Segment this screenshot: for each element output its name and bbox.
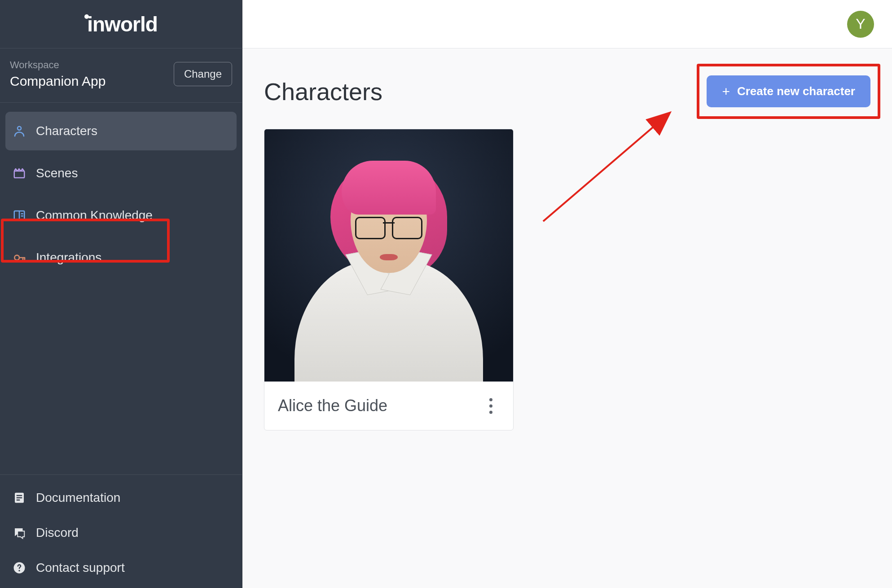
workspace-name: Companion App — [10, 74, 106, 89]
topbar: Y — [242, 0, 892, 48]
svg-point-0 — [18, 127, 21, 130]
sidebar-item-label: Common Knowledge — [36, 208, 153, 223]
create-button-label: Create new character — [737, 84, 855, 98]
svg-rect-8 — [17, 495, 22, 496]
sidebar-item-scenes[interactable]: Scenes — [5, 154, 237, 193]
character-cards: Alice the Guide — [264, 129, 870, 430]
sidebar-item-label: Characters — [36, 124, 97, 138]
footer-item-documentation[interactable]: Documentation — [5, 480, 237, 515]
sidebar-footer: Documentation Discord Contact support — [0, 474, 242, 588]
main-area: Y Characters + Create new character — [242, 0, 892, 588]
sidebar: inworld Workspace Companion App Change C… — [0, 0, 242, 588]
doc-icon — [12, 490, 27, 505]
character-portrait — [264, 129, 513, 382]
user-avatar[interactable]: Y — [847, 11, 874, 38]
sidebar-item-integrations[interactable]: Integrations — [5, 238, 237, 277]
workspace-selector: Workspace Companion App Change — [0, 48, 242, 103]
page-title: Characters — [264, 78, 382, 105]
character-name: Alice the Guide — [278, 396, 387, 415]
sidebar-item-label: Integrations — [36, 250, 101, 265]
key-icon — [12, 250, 27, 265]
page-header: Characters + Create new character — [264, 75, 870, 107]
create-new-character-button[interactable]: + Create new character — [707, 75, 870, 107]
logo-area: inworld — [0, 0, 242, 48]
footer-item-label: Discord — [36, 526, 79, 540]
character-card[interactable]: Alice the Guide — [264, 129, 514, 430]
character-card-menu-button[interactable] — [482, 395, 500, 417]
svg-point-12 — [18, 570, 20, 571]
sidebar-item-common-knowledge[interactable]: Common Knowledge — [5, 196, 237, 235]
brand-logo: inworld — [84, 12, 158, 36]
person-icon — [12, 123, 27, 139]
footer-item-contact-support[interactable]: Contact support — [5, 550, 237, 585]
brand-text: inworld — [87, 13, 158, 36]
svg-rect-10 — [17, 500, 20, 501]
sidebar-nav: Characters Scenes Common Knowledge Integ… — [0, 103, 242, 474]
change-workspace-button[interactable]: Change — [174, 62, 232, 86]
footer-item-label: Contact support — [36, 561, 125, 575]
plus-icon: + — [722, 85, 730, 98]
sidebar-item-characters[interactable]: Characters — [5, 112, 237, 150]
svg-rect-1 — [14, 171, 25, 178]
help-icon — [12, 560, 27, 575]
book-icon — [12, 208, 27, 223]
content: Characters + Create new character — [242, 48, 892, 457]
workspace-info: Workspace Companion App — [10, 59, 106, 89]
svg-point-6 — [14, 255, 19, 260]
svg-rect-9 — [17, 497, 22, 499]
footer-item-label: Documentation — [36, 491, 120, 505]
sidebar-item-label: Scenes — [36, 166, 78, 180]
create-button-wrap: + Create new character — [707, 75, 870, 107]
chat-icon — [12, 525, 27, 540]
character-card-footer: Alice the Guide — [264, 382, 513, 430]
clapper-icon — [12, 166, 27, 181]
workspace-label: Workspace — [10, 59, 106, 71]
footer-item-discord[interactable]: Discord — [5, 515, 237, 550]
